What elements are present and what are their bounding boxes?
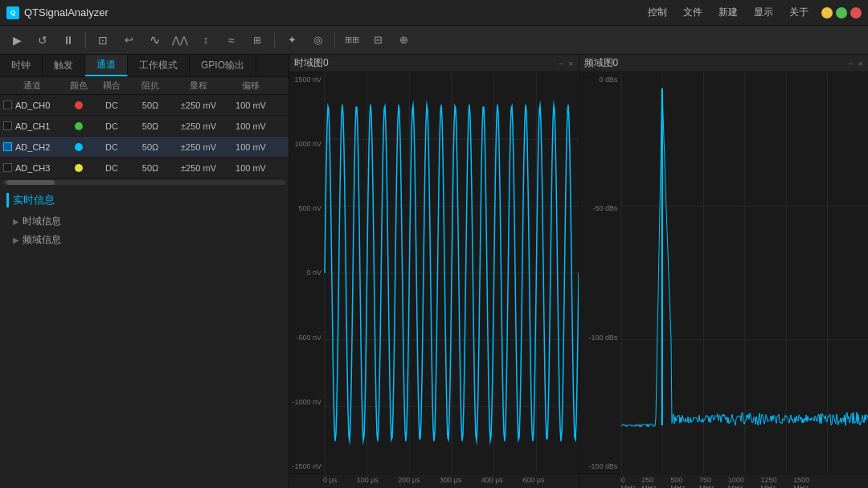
scroll-indicator	[3, 180, 285, 185]
pause-button[interactable]: ⏸	[58, 30, 79, 51]
ch3-checkbox[interactable]	[3, 163, 12, 172]
loop-button[interactable]: ↺	[32, 30, 53, 51]
toolbar-separator-1	[85, 32, 86, 48]
ch1-name: AD_CH1	[15, 121, 50, 131]
wave-button[interactable]: ∿	[144, 30, 165, 51]
info-freq-label: 频域信息	[23, 233, 61, 247]
col-color: 颜色	[64, 80, 93, 92]
ch0-range: ±250 mV	[170, 100, 227, 110]
info-time-label: 时域信息	[23, 215, 61, 228]
menu-control[interactable]: 控制	[648, 6, 667, 19]
toolbar-separator-3	[334, 32, 335, 48]
measure-button[interactable]: ↕	[195, 30, 216, 51]
col-offset: 偏移	[227, 80, 275, 92]
tabs-row: 时钟 触发 通道 工作模式 GPIO输出	[0, 55, 289, 77]
ch2-range: ±250 mV	[170, 142, 227, 152]
info-item-timedomain[interactable]: ▶ 时域信息	[6, 212, 282, 231]
list-button[interactable]: ⊟	[367, 30, 388, 51]
menu-new[interactable]: 新建	[719, 6, 738, 19]
x-label-0mhz: 0 MHz	[621, 476, 642, 488]
left-panel: 时钟 触发 通道 工作模式 GPIO输出 通道 颜色 耦合 阻抗 量程 偏移 A…	[0, 55, 289, 488]
main-area: 时钟 触发 通道 工作模式 GPIO输出 通道 颜色 耦合 阻抗 量程 偏移 A…	[0, 55, 868, 488]
x-label-750mhz: 750 MHz	[699, 476, 728, 488]
menu-display[interactable]: 显示	[754, 6, 773, 19]
tab-gpio[interactable]: GPIO输出	[190, 55, 256, 76]
ch2-name: AD_CH2	[15, 142, 50, 152]
ch1-color-cell	[64, 122, 93, 130]
toolbar: ▶ ↺ ⏸ ⊡ ↩ ∿ ⋀⋀ ↕ ≈ ⊞ ✦ ◎ ⊞⊞ ⊟ ⊕	[0, 26, 868, 55]
x-label-200us: 200 μs	[398, 476, 420, 488]
x-label-500mhz: 500 MHz	[670, 476, 699, 488]
x-label-400us: 400 μs	[481, 476, 503, 488]
capture-button[interactable]: ⊡	[92, 30, 113, 51]
freq-chart-header: 频域图0 − ×	[579, 55, 869, 72]
arrow-icon-1: ▶	[13, 217, 19, 226]
x-label-600us: 600 μs	[522, 476, 544, 488]
minimize-button[interactable]: −	[821, 7, 833, 18]
menu-bar: 控制 文件 新建 显示 关于	[648, 6, 809, 19]
ch1-checkbox[interactable]	[3, 121, 12, 130]
ch1-coupling: DC	[93, 121, 130, 131]
ch1-name-cell[interactable]: AD_CH1	[0, 121, 64, 131]
arrow-icon-2: ▶	[13, 236, 19, 244]
ch2-color-dot	[75, 143, 83, 151]
time-chart-body: 1500 nV 1000 nV 500 nV 0 nV -500 nV -100…	[289, 72, 579, 474]
table-row[interactable]: AD_CH0 DC 50Ω ±250 mV 100 mV	[0, 95, 289, 116]
time-domain-chart: 时域图0 − × 1500 nV 1000 nV 500 nV 0 nV -50…	[289, 55, 579, 488]
table-row[interactable]: AD_CH2 DC 50Ω ±250 mV 100 mV	[0, 137, 289, 158]
time-x-axis: 0 μs 100 μs 200 μs 300 μs 400 μs 600 μs	[289, 474, 579, 488]
menu-file[interactable]: 文件	[683, 6, 702, 19]
approx-button[interactable]: ≈	[221, 30, 242, 51]
play-button[interactable]: ▶	[6, 30, 27, 51]
ch2-name-cell[interactable]: AD_CH2	[0, 142, 64, 152]
time-chart-close[interactable]: ×	[568, 59, 573, 68]
ch2-coupling: DC	[93, 142, 130, 152]
eye-button[interactable]: ◎	[307, 30, 328, 51]
ch3-name-cell[interactable]: AD_CH3	[0, 163, 64, 173]
ch3-color-cell	[64, 164, 93, 172]
menu-about[interactable]: 关于	[789, 6, 809, 19]
time-chart-minimize[interactable]: −	[559, 59, 563, 68]
col-channel: 通道	[0, 80, 64, 92]
time-canvas	[289, 72, 579, 474]
title-bar: Q QTSignalAnalyzer 控制 文件 新建 显示 关于 − □ ×	[0, 0, 868, 26]
freq-chart-title: 频域图0	[584, 56, 619, 70]
tiles-button[interactable]: ⊞⊞	[342, 30, 362, 51]
info-item-freqdomain[interactable]: ▶ 频域信息	[6, 231, 282, 249]
info-title: 实时信息	[6, 193, 282, 207]
toolbar-separator-2	[274, 32, 275, 48]
ch0-checkbox[interactable]	[3, 100, 12, 109]
star-button[interactable]: ✦	[281, 30, 302, 51]
col-range: 量程	[170, 80, 227, 92]
table-row[interactable]: AD_CH1 DC 50Ω ±250 mV 100 mV	[0, 116, 289, 137]
grid-button[interactable]: ⊞	[247, 30, 268, 51]
table-row[interactable]: AD_CH3 DC 50Ω ±250 mV 100 mV	[0, 158, 289, 178]
ch0-color-dot	[75, 101, 83, 109]
x-label-1250mhz: 1250 MHz	[760, 476, 793, 488]
x-label-250mhz: 250 MHz	[641, 476, 670, 488]
ch0-coupling: DC	[93, 100, 130, 110]
tab-trigger[interactable]: 触发	[43, 55, 85, 76]
globe-button[interactable]: ⊕	[393, 30, 414, 51]
ch2-checkbox[interactable]	[3, 142, 12, 151]
ch0-name-cell[interactable]: AD_CH0	[0, 100, 64, 110]
x-label-300us: 300 μs	[440, 476, 461, 488]
freq-chart-close[interactable]: ×	[858, 59, 863, 68]
ch1-impedance: 50Ω	[130, 121, 170, 131]
ch3-color-dot	[75, 164, 83, 172]
tab-clock[interactable]: 时钟	[0, 55, 43, 76]
maximize-button[interactable]: □	[836, 7, 847, 18]
signal-button[interactable]: ⋀⋀	[170, 30, 190, 51]
scroll-thumb[interactable]	[6, 180, 55, 185]
app-name: QTSignalAnalyzer	[24, 6, 648, 18]
freq-chart-minimize[interactable]: −	[848, 59, 853, 68]
app-icon: Q	[6, 6, 19, 19]
undo-button[interactable]: ↩	[118, 30, 139, 51]
freq-chart-body: 0 dBs -50 dBs -100 dBs -150 dBs	[579, 72, 869, 474]
time-chart-title: 时域图0	[294, 56, 329, 70]
x-label-1500mhz: 1500 MHz	[793, 476, 826, 488]
close-button[interactable]: ×	[850, 7, 862, 18]
ch2-impedance: 50Ω	[130, 142, 170, 152]
tab-channel[interactable]: 通道	[85, 55, 128, 76]
tab-workmode[interactable]: 工作模式	[128, 55, 190, 76]
